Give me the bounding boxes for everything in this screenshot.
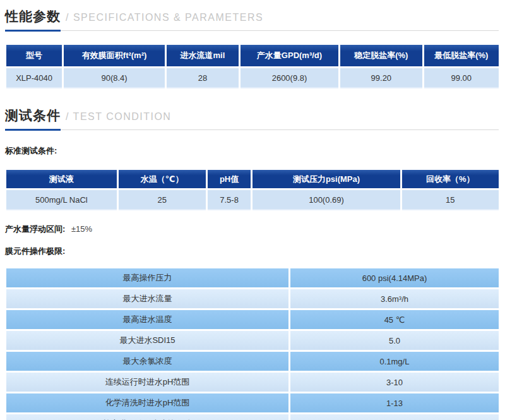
limit-name-max-feed-temp: 最高进水温度 bbox=[6, 310, 288, 329]
specifications-table: 型号 有效膜面积ft²(m²) 进水流道mil 产水量GPD(m³/d) 稳定脱… bbox=[6, 45, 499, 88]
section-title-en: / SPECIFICATIONS & PARAMETERS bbox=[66, 12, 263, 23]
limit-value-ph-cleaning: 1-13 bbox=[290, 393, 499, 412]
section-underline bbox=[5, 30, 499, 32]
spec-cell-membrane-area: 90(8.4) bbox=[64, 68, 165, 88]
flux-variation-label: 产水量浮动区间: bbox=[5, 224, 65, 234]
test-cell-water-temp: 25 bbox=[119, 190, 206, 210]
limit-value-max-sdi: 5.0 bbox=[290, 331, 499, 350]
spec-col-header-min-rejection: 最低脱盐率(%) bbox=[424, 45, 499, 66]
test-cell-pressure: 100(0.69) bbox=[252, 190, 400, 210]
section-header-specifications: 性能参数 / SPECIFICATIONS & PARAMETERS bbox=[5, 8, 499, 25]
underline-blue-accent bbox=[5, 129, 61, 131]
limit-value-ph-continuous: 3-10 bbox=[290, 373, 499, 392]
limit-name-max-chlorine: 最大余氯浓度 bbox=[6, 352, 288, 371]
operating-limits-table: 最高操作压力 600 psi(4.14MPa) 最大进水流量 3.6m³/h 最… bbox=[6, 268, 499, 420]
spec-cell-permeate-flow: 2600(9.8) bbox=[241, 68, 338, 88]
underline-gray-rule bbox=[5, 129, 499, 130]
spec-cell-stable-rejection: 99.20 bbox=[340, 68, 422, 88]
test-col-header-pressure: 测试压力psi(MPa) bbox=[252, 170, 400, 188]
spec-col-header-stable-rejection: 稳定脱盐率(%) bbox=[340, 45, 422, 66]
limit-value-max-chlorine: 0.1mg/L bbox=[290, 352, 499, 371]
flux-variation-line: 产水量浮动区间: ±15% bbox=[5, 224, 499, 235]
test-cell-solution: 500mg/L NaCl bbox=[6, 190, 117, 210]
section-header-test-condition: 测试条件 / TEST CONDITION bbox=[5, 107, 499, 124]
test-col-header-water-temp: 水温（℃） bbox=[119, 170, 206, 188]
spec-sheet-page: 性能参数 / SPECIFICATIONS & PARAMETERS 型号 有效… bbox=[0, 0, 505, 420]
section-title-en: / TEST CONDITION bbox=[66, 111, 171, 123]
test-col-header-recovery: 回收率（%） bbox=[402, 170, 499, 188]
limit-value-max-feed-temp: 45 ℃ bbox=[290, 310, 499, 329]
section-title-cn: 性能参数 bbox=[5, 8, 61, 25]
limit-name-ph-continuous: 连续运行时进水pH范围 bbox=[6, 373, 288, 392]
spec-col-header-model: 型号 bbox=[6, 45, 62, 66]
spec-col-header-feed-channel: 进水流道mil bbox=[167, 45, 239, 66]
limit-value-max-pressure-drop: 15psi(0.1MPa) bbox=[290, 414, 499, 420]
section-title-cn: 测试条件 bbox=[5, 107, 61, 124]
spec-cell-min-rejection: 99.00 bbox=[424, 68, 499, 88]
limit-name-max-sdi: 最大进水SDI15 bbox=[6, 331, 288, 350]
section-underline bbox=[5, 129, 499, 131]
underline-blue-accent bbox=[5, 30, 61, 32]
limit-name-max-pressure-drop: 单支膜元件最大允许压降 bbox=[6, 414, 288, 420]
spec-col-header-membrane-area: 有效膜面积ft²(m²) bbox=[64, 45, 165, 66]
spec-cell-model: XLP-4040 bbox=[6, 68, 62, 88]
test-col-header-solution: 测试液 bbox=[6, 170, 117, 188]
spec-cell-feed-channel: 28 bbox=[167, 68, 239, 88]
test-cell-ph: 7.5-8 bbox=[208, 190, 251, 210]
limit-value-max-pressure: 600 psi(4.14MPa) bbox=[290, 268, 499, 287]
limit-name-max-pressure: 最高操作压力 bbox=[6, 268, 288, 287]
test-condition-table: 测试液 水温（℃） pH值 测试压力psi(MPa) 回收率（%） 500mg/… bbox=[6, 170, 499, 210]
test-col-header-ph: pH值 bbox=[208, 170, 251, 188]
operating-limits-label: 膜元件操作极限: bbox=[5, 246, 499, 257]
underline-gray-rule bbox=[5, 30, 499, 31]
flux-variation-value: ±15% bbox=[71, 224, 92, 234]
limit-value-max-feed-flow: 3.6m³/h bbox=[290, 289, 499, 308]
limit-name-ph-cleaning: 化学清洗时进水pH范围 bbox=[6, 393, 288, 412]
standard-test-condition-label: 标准测试条件: bbox=[5, 145, 499, 157]
limit-name-max-feed-flow: 最大进水流量 bbox=[6, 289, 288, 308]
test-cell-recovery: 15 bbox=[402, 190, 499, 210]
spec-col-header-permeate-flow: 产水量GPD(m³/d) bbox=[241, 45, 338, 66]
